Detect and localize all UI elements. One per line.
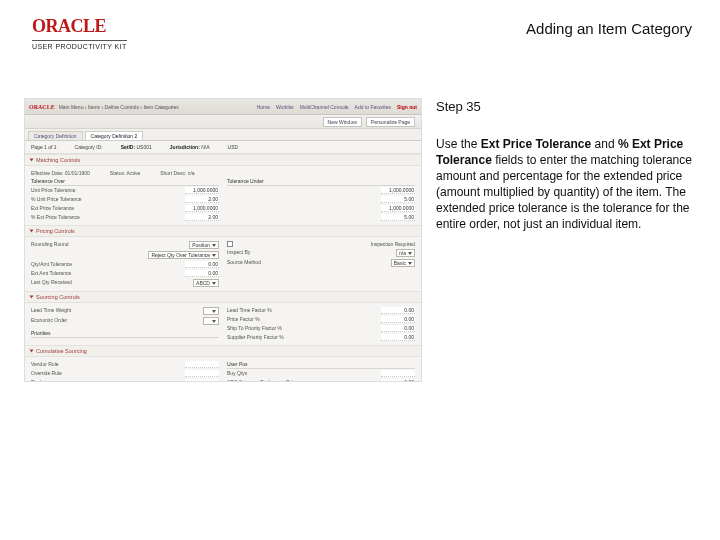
section-cumulative-sourcing[interactable]: Cumulative Sourcing (25, 345, 421, 357)
pct-ext-price-tol-label: % Ext Price Tolerance (31, 214, 80, 221)
leadtime-weight-label: Lead Time Weight (31, 307, 71, 315)
link-mcc[interactable]: MultiChannel Console (300, 104, 349, 110)
pct-unit-price-tol-field[interactable]: 2.00 (185, 196, 219, 203)
section-pricing-controls[interactable]: Pricing Controls (25, 225, 421, 237)
section-sourcing-controls[interactable]: Sourcing Controls (25, 291, 421, 303)
collapse-icon (30, 159, 34, 162)
ext-price-tol-field[interactable]: 1,000.0000 (185, 205, 219, 212)
leadtime-factor-field[interactable]: 0.00 (381, 307, 415, 314)
rank-label: Rank (31, 379, 43, 382)
extamt-tol-label: Ext Amt Tolerance (31, 270, 71, 277)
shot-topbar: ORACLE Main Menu › Items › Define Contro… (25, 99, 421, 115)
unit-price-tol-under-field[interactable]: 1,000.0000 (381, 187, 415, 194)
effdate-label: Effective Date: (31, 170, 63, 176)
currency: USD (228, 144, 239, 150)
link-worklist[interactable]: Worklist (276, 104, 294, 110)
juris-label: Jurisdiction: (170, 144, 200, 150)
shipto-priority-field[interactable]: 0.00 (381, 325, 415, 332)
abc-pref-label: ABC Category Preference Pct (227, 379, 293, 382)
form-header: Page 1 of 1 Category ID: SetID: US001 Ju… (25, 141, 421, 154)
reject-qty-select[interactable]: Reject Qty Over Tolerance (148, 251, 219, 259)
explanation-panel: Step 35 Use the Ext Price Tolerance and … (436, 98, 696, 233)
step-label: Step 35 (436, 98, 696, 116)
tab-cat-def[interactable]: Category Definition (28, 131, 83, 140)
chevron-down-icon (408, 262, 412, 265)
source-method-select[interactable]: Basic (391, 259, 415, 267)
page-title: Adding an Item Category (526, 16, 692, 37)
econ-order-label: Economic Order (31, 317, 67, 325)
category-id-label: Category ID: (75, 144, 103, 150)
oracle-logo: ORACLE (32, 16, 127, 37)
lastqty-label: Last Qty Received (31, 279, 72, 287)
econ-order-select[interactable] (203, 317, 219, 325)
unit-price-tol-field[interactable]: 1,000.0000 (185, 187, 219, 194)
inspection-required-checkbox[interactable] (227, 241, 233, 247)
shot-breadcrumb: Main Menu › Items › Define Controls › It… (59, 104, 179, 110)
section-matching-controls[interactable]: Matching Controls (25, 154, 421, 166)
source-method-label: Source Method (227, 259, 261, 267)
juris-value: N/A (201, 144, 209, 150)
chevron-down-icon (212, 310, 216, 313)
section-title-cumulative: Cumulative Sourcing (36, 348, 87, 354)
explanation-text: Use the Ext Price Tolerance and % Ext Pr… (436, 136, 696, 233)
supplier-priority-label: Supplier Priority Factor % (227, 334, 284, 341)
price-factor-label: Price Factor % (227, 316, 260, 323)
setid-label: SetID: (121, 144, 135, 150)
vendor-rule-field[interactable] (185, 361, 219, 368)
personalize-button[interactable]: Personalize Page (366, 117, 415, 127)
tabs: Category Definition Category Definition … (25, 129, 421, 141)
chevron-down-icon (212, 282, 216, 285)
effdate-value: 01/01/1900 (65, 170, 90, 176)
pct-ext-price-tol-under-field[interactable]: 5.00 (381, 214, 415, 221)
userpos-head: User Pos (227, 360, 415, 369)
qtyamt-tol-label: Qty/Amt Tolerance (31, 261, 72, 268)
brand-block: ORACLE USER PRODUCTIVITY KIT (32, 16, 127, 50)
lastqty-select[interactable]: ABCD (193, 279, 219, 287)
shortdesc-label: Short Desc: (160, 170, 186, 176)
chevron-down-icon (408, 252, 412, 255)
tol-under-head: Tolerance Under (227, 177, 415, 186)
buyqtys-field[interactable] (381, 370, 415, 377)
supplier-priority-field[interactable]: 0.00 (381, 334, 415, 341)
ext-price-tol-label: Ext Price Tolerance (31, 205, 74, 212)
leadtime-weight-select[interactable] (203, 307, 219, 315)
extamt-tol-field[interactable]: 0.00 (185, 270, 219, 277)
collapse-icon (30, 230, 34, 233)
override-rule-label: Override Rule (31, 370, 62, 377)
price-factor-field[interactable]: 0.00 (381, 316, 415, 323)
collapse-icon (30, 296, 34, 299)
qtyamt-tol-field[interactable]: 0.00 (185, 261, 219, 268)
setid-value: US001 (137, 144, 152, 150)
section-title-pricing: Pricing Controls (36, 228, 75, 234)
inspection-required-label: Inspection Required (371, 241, 415, 247)
status-label: Status: (110, 170, 126, 176)
shortdesc-value: n/a (188, 170, 195, 176)
brand-subtitle: USER PRODUCTIVITY KIT (32, 40, 127, 50)
rank-field[interactable] (185, 379, 219, 382)
tab-cat-def-2[interactable]: Category Definition 2 (85, 131, 144, 140)
rounding-select[interactable]: Position (189, 241, 219, 249)
link-fav[interactable]: Add to Favorites (355, 104, 391, 110)
buyqtys-label: Buy Qtys (227, 370, 247, 377)
leadtime-factor-label: Lead Time Factor % (227, 307, 272, 314)
shot-subbar: New Window Personalize Page (25, 115, 421, 129)
collapse-icon (30, 350, 34, 353)
chevron-down-icon (212, 254, 216, 257)
rounding-label: Rounding Round (31, 241, 69, 249)
pct-ext-price-tol-field[interactable]: 2.00 (185, 214, 219, 221)
shot-top-links: Home Worklist MultiChannel Console Add t… (257, 104, 417, 110)
shipto-priority-label: Ship To Priority Factor % (227, 325, 282, 332)
link-signout[interactable]: Sign out (397, 104, 417, 110)
ext-price-tol-under-field[interactable]: 1,000.0000 (381, 205, 415, 212)
app-screenshot: ORACLE Main Menu › Items › Define Contro… (24, 98, 422, 382)
pct-unit-price-tol-under-field[interactable]: 5.00 (381, 196, 415, 203)
new-window-button[interactable]: New Window (323, 117, 362, 127)
priorities-subhead: Priorities (31, 329, 219, 338)
unit-price-tol-label: Unit Price Tolerance (31, 187, 76, 194)
override-rule-field[interactable] (185, 370, 219, 377)
link-home[interactable]: Home (257, 104, 270, 110)
page-indicator: Page 1 of 1 (31, 144, 57, 150)
chevron-down-icon (212, 320, 216, 323)
inspect-by-select[interactable]: n/a (396, 249, 415, 257)
abc-pref-field[interactable]: 0.00 (381, 379, 415, 382)
